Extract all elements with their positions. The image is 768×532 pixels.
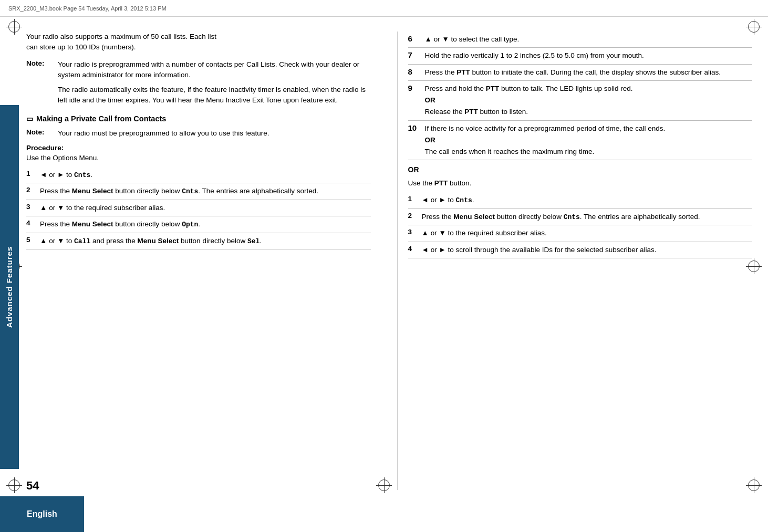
top-bar: SRX_2200_M3.book Page 54 Tuesday, April … [0, 0, 768, 17]
arrow-up-6: ▲ [425, 35, 432, 43]
cnts-mono-b1: Cnts [456, 196, 472, 204]
left-column: Your radio also supports a maximum of 50… [26, 32, 381, 490]
cnts-mono-b2: Cnts [564, 213, 580, 221]
right-step-9: 9 Press and hold the PTT button to talk.… [408, 81, 753, 121]
note2-text: Your radio must be preprogrammed to allo… [58, 128, 269, 139]
left-step-text-1: ◄ or ► to Cnts. [40, 170, 371, 181]
side-tab: Advanced Features [0, 105, 19, 469]
ptt-bold-9a: PTT [486, 85, 500, 92]
arrow-right-b4: ► [439, 246, 445, 254]
intro-text: Your radio also supports a maximum of 50… [26, 32, 371, 53]
left-step-num-5: 5 [26, 236, 36, 244]
right-step-num-6: 6 [408, 34, 421, 43]
menu-select-bold-b2: Menu Select [453, 213, 495, 221]
reg-vline-bl [14, 477, 15, 493]
left-step-text-2: Press the Menu Select button directly be… [40, 186, 371, 197]
right-step-num-10: 10 [408, 123, 421, 132]
right-bottom-step-text-1: ◄ or ► to Cnts. [422, 195, 753, 206]
right-column: 6 ▲ or ▼ to select the call type. 7 Hold… [397, 32, 753, 490]
content-area: Your radio also supports a maximum of 50… [26, 32, 752, 490]
left-step-num-3: 3 [26, 203, 36, 211]
right-step-6: 6 ▲ or ▼ to select the call type. [408, 32, 753, 48]
cnts-mono-2: Cnts [182, 187, 198, 195]
sel-mono-5: Sel [247, 237, 260, 245]
right-step-num-8: 8 [408, 67, 421, 76]
right-bottom-step-num-3: 3 [408, 228, 418, 236]
right-step-num-9: 9 [408, 84, 421, 92]
right-bottom-step-num-4: 4 [408, 245, 418, 253]
right-bottom-step-4: 4 ◄ or ► to scroll through the available… [408, 242, 753, 258]
side-tab-label: Advanced Features [5, 246, 14, 328]
left-step-2: 2 Press the Menu Select button directly … [26, 183, 371, 200]
left-step-text-5: ▲ or ▼ to Call and press the Menu Select… [40, 236, 371, 247]
arrow-right-b1: ► [439, 196, 445, 204]
left-step-4: 4 Press the Menu Select button directly … [26, 216, 371, 233]
note1-label: Note: [26, 59, 53, 106]
right-step-10: 10 If there is no voice activity for a p… [408, 121, 753, 161]
note1-block: Note: Your radio is preprogrammed with a… [26, 59, 371, 106]
arrow-up-5: ▲ [40, 237, 47, 245]
reg-vline-br [754, 477, 754, 493]
note2-block: Note: Your radio must be preprogrammed t… [26, 128, 371, 139]
arrow-up-3: ▲ [40, 204, 47, 212]
arrow-left-b4: ◄ [422, 246, 429, 254]
arrow-down-6: ▼ [442, 35, 449, 43]
right-bottom-step-text-4: ◄ or ► to scroll through the available I… [422, 245, 753, 255]
section-heading: ▭ Making a Private Call from Contacts [26, 114, 371, 123]
right-bottom-step-1: 1 ◄ or ► to Cnts. [408, 192, 753, 209]
or-separator: OR [408, 165, 753, 174]
note1-content: Your radio is preprogrammed with a numbe… [58, 59, 371, 106]
right-step-text-7: Hold the radio vertically 1 to 2 inches … [425, 50, 753, 61]
right-step-text-8: Press the PTT button to initiate the cal… [425, 67, 753, 78]
reg-mark-bl [8, 479, 20, 491]
left-step-3: 3 ▲ or ▼ to the required subscriber alia… [26, 200, 371, 216]
note2-content: Your radio must be preprogrammed to allo… [58, 128, 269, 139]
left-step-1: 1 ◄ or ► to Cnts. [26, 167, 371, 184]
arrow-down-b3: ▼ [439, 229, 445, 237]
right-bottom-step-text-2: Press the Menu Select button directly be… [422, 212, 753, 223]
arrow-up-b3: ▲ [422, 229, 429, 237]
page-container: SRX_2200_M3.book Page 54 Tuesday, April … [0, 0, 768, 532]
reg-vline-mr [754, 258, 754, 274]
section-heading-text: Making a Private Call from Contacts [36, 114, 166, 123]
right-bottom-step-3: 3 ▲ or ▼ to the required subscriber alia… [408, 225, 753, 242]
right-step-text-10: If there is no voice activity for a prep… [425, 123, 753, 158]
arrow-down-5: ▼ [57, 237, 64, 245]
ptt-bold-9b: PTT [464, 108, 478, 116]
left-step-num-4: 4 [26, 219, 36, 227]
note1-text1: Your radio is preprogrammed with a numbe… [58, 59, 371, 81]
use-line: Use the Options Menu. [26, 154, 371, 162]
section-icon: ▭ [26, 114, 33, 123]
left-step-num-1: 1 [26, 170, 36, 178]
right-step-text-6: ▲ or ▼ to select the call type. [425, 34, 753, 45]
left-step-num-2: 2 [26, 186, 36, 194]
call-mono-5: Call [74, 237, 90, 245]
right-step-text-9: Press and hold the PTT button to talk. T… [425, 84, 753, 118]
intro-line1: Your radio also supports a maximum of 50… [26, 33, 216, 40]
ptt-bold-8: PTT [456, 68, 470, 76]
left-step-text-3: ▲ or ▼ to the required subscriber alias. [40, 203, 371, 213]
left-step-5: 5 ▲ or ▼ to Call and press the Menu Sele… [26, 233, 371, 250]
or-inline-9: OR [425, 95, 753, 106]
arrow-right-1: ► [57, 171, 64, 179]
file-info: SRX_2200_M3.book Page 54 Tuesday, April … [8, 5, 167, 12]
note1-text2: The radio automatically exits the featur… [58, 85, 371, 106]
ptt-bold-use: PTT [434, 179, 448, 187]
right-step-8: 8 Press the PTT button to initiate the c… [408, 65, 753, 81]
reg-mark-tr [748, 21, 760, 33]
reg-mark-tl [8, 21, 20, 33]
left-step-text-4: Press the Menu Select button directly be… [40, 219, 371, 230]
right-bottom-step-2: 2 Press the Menu Select button directly … [408, 209, 753, 226]
note2-label: Note: [26, 128, 53, 139]
menu-select-bold-5: Menu Select [138, 237, 179, 245]
menu-select-bold-4: Menu Select [72, 220, 113, 228]
lang-label-text: English [27, 509, 57, 519]
lang-label: English [0, 496, 84, 532]
reg-vline-tr [754, 19, 754, 35]
right-bottom-step-num-2: 2 [408, 212, 418, 220]
arrow-down-3: ▼ [57, 204, 64, 212]
menu-select-bold-2: Menu Select [72, 187, 113, 195]
right-bottom-step-num-1: 1 [408, 195, 418, 203]
cnts-mono-1: Cnts [74, 171, 90, 179]
optn-mono-4: Optn [182, 221, 198, 228]
